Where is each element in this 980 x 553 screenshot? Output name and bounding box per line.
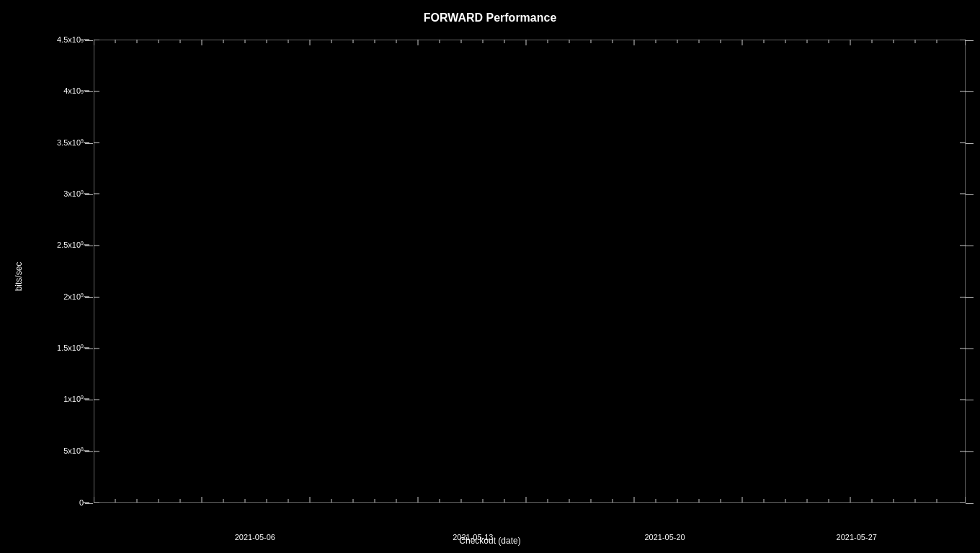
x-label-may27: 2021-05-27 [837,533,877,541]
y-label-3-5e9: 3.5x109 [57,138,84,148]
y-label-1-5e9: 1.5x109 [57,343,84,353]
y-label-5e8: 5x108 [63,446,84,456]
chart-title: FORWARD Performance [0,12,980,24]
y-label-2e9: 2x109 [63,292,84,302]
chart-container: FORWARD Performance bits/sec Checkout (d… [0,0,980,553]
y-label-1e9: 1x109 [63,395,84,404]
x-label-may13: 2021-05-13 [453,533,493,541]
y-dash-marks-left: — — — — — — — — — — [85,40,94,503]
y-label-3e9: 3x109 [63,189,84,199]
y-label-4e9: 4x109 [63,86,84,95]
y-label-4-5e9: 4.5x109 [57,35,84,44]
y-axis-labels: 4.5x109 4x109 3.5x109 3x109 2.5x109 2x10… [14,40,92,503]
y-ticks-right: — — — — — — — — — — [966,40,980,503]
x-label-may20: 2021-05-20 [644,533,685,541]
x-label-may06: 2021-05-06 [235,533,275,541]
chart-svg [94,40,966,503]
y-label-2-5e9: 2.5x109 [57,240,84,250]
